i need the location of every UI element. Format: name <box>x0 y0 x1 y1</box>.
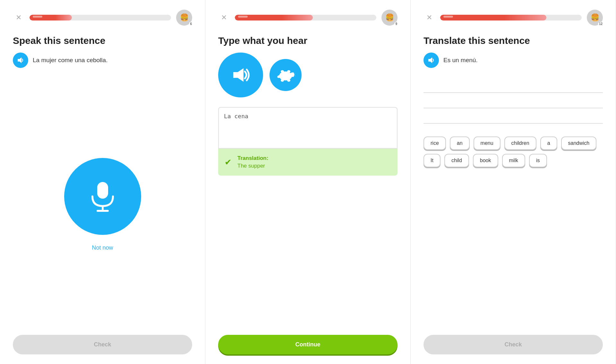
check-icon: ✔ <box>225 157 232 167</box>
svg-point-8 <box>281 79 284 82</box>
progress-fill-2 <box>235 15 313 21</box>
panel-translate: ✕ 🍔 12 Translate this sentence Es un men… <box>411 0 616 364</box>
word-chip[interactable]: an <box>450 136 470 150</box>
panel-listen: ✕ 🍔 9 Type what you hear <box>205 0 411 364</box>
streak-count-1: 6 <box>189 22 193 26</box>
not-now-link[interactable]: Not now <box>92 244 113 251</box>
top-bar-1: ✕ 🍔 6 <box>13 10 192 26</box>
word-chip[interactable]: milk <box>502 154 525 167</box>
word-chip[interactable]: is <box>529 154 547 167</box>
answer-line-1 <box>424 78 603 93</box>
continue-button[interactable]: Continue <box>218 335 398 354</box>
streak-count-3: 12 <box>598 22 603 26</box>
progress-bar-3 <box>440 15 582 21</box>
check-button-1[interactable]: Check <box>13 335 192 354</box>
translation-value: The supper <box>237 163 390 169</box>
mic-button[interactable] <box>64 158 141 235</box>
word-chip[interactable]: menu <box>474 136 501 150</box>
listen-slow-button[interactable] <box>270 59 302 91</box>
listen-main-button[interactable] <box>218 53 263 97</box>
translation-banner: ✔ Translation: The supper <box>218 149 398 176</box>
word-chip[interactable]: sandwich <box>561 136 597 150</box>
svg-point-11 <box>287 70 290 73</box>
word-chip[interactable]: children <box>504 136 536 150</box>
streak-count-2: 9 <box>394 22 398 26</box>
progress-fill-3 <box>440 15 546 21</box>
word-chip[interactable]: a <box>540 136 557 150</box>
answer-area <box>424 78 603 124</box>
audio-button-3[interactable] <box>424 53 439 68</box>
svg-marker-4 <box>233 68 244 82</box>
translation-label: Translation: <box>237 155 390 161</box>
microphone-icon <box>87 179 119 214</box>
progress-bar-1 <box>30 15 171 21</box>
svg-point-9 <box>287 79 290 82</box>
answer-line-3 <box>424 108 603 124</box>
speaker-icon-3 <box>427 56 435 64</box>
streak-icon-1: 🍔 6 <box>176 10 192 26</box>
word-chip[interactable]: book <box>473 154 498 167</box>
streak-icon-3: 🍔 12 <box>587 10 603 26</box>
svg-point-10 <box>281 70 284 73</box>
panel-title-3: Translate this sentence <box>424 35 603 46</box>
svg-marker-0 <box>18 57 21 63</box>
svg-marker-12 <box>428 57 432 63</box>
progress-bar-2 <box>235 15 376 21</box>
sentence-text-3: Es un menú. <box>443 57 478 64</box>
word-chip[interactable]: rice <box>424 136 446 150</box>
turtle-icon <box>276 67 295 83</box>
close-button-1[interactable]: ✕ <box>13 12 24 23</box>
panel-title-1: Speak this sentence <box>13 35 192 46</box>
close-button-3[interactable]: ✕ <box>424 12 435 23</box>
answer-line-2 <box>424 93 603 108</box>
panel-title-2: Type what you hear <box>218 35 398 46</box>
mic-area: Not now <box>13 74 192 335</box>
top-bar-2: ✕ 🍔 9 <box>218 10 398 26</box>
sentence-text-1: La mujer come una cebolla. <box>33 57 107 64</box>
streak-icon-2: 🍔 9 <box>381 10 398 26</box>
check-button-3[interactable]: Check <box>424 335 603 354</box>
speaker-icon-1 <box>16 56 25 64</box>
word-chip[interactable]: child <box>444 154 469 167</box>
panel-speak: ✕ 🍔 6 Speak this sentence La mujer come … <box>0 0 205 364</box>
type-input[interactable]: La cena <box>218 107 398 149</box>
sentence-row-1: La mujer come una cebolla. <box>13 53 192 68</box>
close-button-2[interactable]: ✕ <box>218 12 230 23</box>
speaker-large-icon <box>229 64 252 86</box>
svg-point-5 <box>279 71 292 80</box>
listen-buttons <box>218 53 398 97</box>
word-bank: riceanmenuchildrenasandwichItchildbookmi… <box>424 136 603 167</box>
audio-button-1[interactable] <box>13 53 28 68</box>
progress-fill-1 <box>30 15 72 21</box>
top-bar-3: ✕ 🍔 12 <box>424 10 603 26</box>
word-chip[interactable]: It <box>424 154 441 167</box>
svg-rect-1 <box>97 182 108 199</box>
sentence-row-3: Es un menú. <box>424 53 603 68</box>
